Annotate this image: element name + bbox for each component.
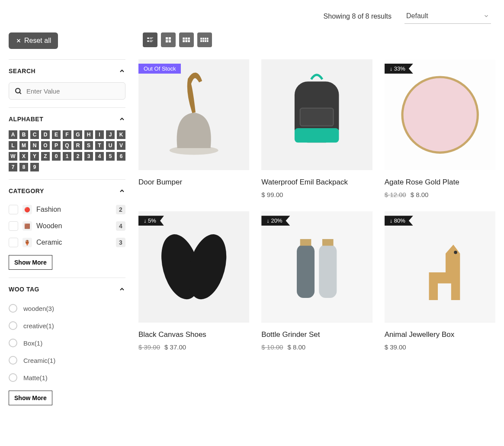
category-item[interactable]: 🏺Ceramic3 xyxy=(9,234,125,251)
product-card[interactable]: ↓ 33%Agate Rose Gold Plate$ 12.00$ 8.00 xyxy=(385,59,495,198)
svg-rect-10 xyxy=(166,37,168,39)
product-card[interactable]: Waterproof Emil Backpack$ 99.00 xyxy=(261,59,372,198)
product-title[interactable]: Agate Rose Gold Plate xyxy=(385,178,495,187)
filter-search-header[interactable]: SEARCH xyxy=(9,68,125,74)
alphabet-key-K[interactable]: K xyxy=(117,130,125,139)
category-item[interactable]: 🔴Fashion2 xyxy=(9,201,125,218)
alphabet-key-M[interactable]: M xyxy=(19,141,28,150)
svg-point-2 xyxy=(16,88,20,93)
checkbox[interactable] xyxy=(9,238,18,247)
radio[interactable] xyxy=(9,304,17,313)
alphabet-key-R[interactable]: R xyxy=(74,141,82,150)
alphabet-key-O[interactable]: O xyxy=(41,141,50,150)
tag-item[interactable]: Matte(1) xyxy=(9,369,125,386)
tag-item[interactable]: creative(1) xyxy=(9,317,125,334)
product-card[interactable]: ↓ 80%Animal Jewellery Box$ 39.00 xyxy=(385,211,495,350)
search-box[interactable] xyxy=(9,82,125,100)
radio[interactable] xyxy=(9,321,17,330)
alphabet-key-8[interactable]: 8 xyxy=(19,163,28,171)
discount-badge: ↓ 5% xyxy=(138,216,164,226)
alphabet-key-A[interactable]: A xyxy=(9,130,17,139)
product-image[interactable]: ↓ 5% xyxy=(138,211,249,322)
alphabet-key-J[interactable]: J xyxy=(106,130,115,139)
filter-alphabet-header[interactable]: ALPHABET xyxy=(9,116,125,123)
product-image[interactable]: ↓ 20% xyxy=(261,211,372,322)
product-image[interactable] xyxy=(261,59,372,170)
category-item[interactable]: 🟫Wooden4 xyxy=(9,218,125,234)
product-image[interactable]: ↓ 80% xyxy=(385,211,495,322)
category-count: 4 xyxy=(116,221,125,231)
svg-rect-15 xyxy=(185,38,187,40)
alphabet-key-Y[interactable]: Y xyxy=(30,152,39,161)
reset-all-button[interactable]: Reset all xyxy=(9,32,58,49)
svg-rect-23 xyxy=(207,38,209,39)
svg-rect-33 xyxy=(300,108,334,126)
product-title[interactable]: Animal Jewellery Box xyxy=(385,330,495,339)
alphabet-key-B[interactable]: B xyxy=(19,130,28,139)
view-grid4-button[interactable] xyxy=(197,32,212,47)
tag-item[interactable]: Box(1) xyxy=(9,334,125,352)
product-image[interactable]: ↓ 33% xyxy=(385,59,495,170)
alphabet-key-3[interactable]: 3 xyxy=(84,152,93,161)
radio[interactable] xyxy=(9,356,17,365)
sort-dropdown[interactable]: Default xyxy=(404,9,491,24)
alphabet-key-X[interactable]: X xyxy=(19,152,28,161)
filter-category-header[interactable]: CATEGORY xyxy=(9,187,125,194)
alphabet-key-P[interactable]: P xyxy=(52,141,61,150)
alphabet-key-I[interactable]: I xyxy=(95,130,104,139)
radio[interactable] xyxy=(9,339,17,347)
alphabet-key-0[interactable]: 0 xyxy=(52,152,61,161)
alphabet-key-5[interactable]: 5 xyxy=(106,152,115,161)
alphabet-key-2[interactable]: 2 xyxy=(74,152,82,161)
alphabet-key-1[interactable]: 1 xyxy=(63,152,71,161)
alphabet-key-S[interactable]: S xyxy=(84,141,93,150)
product-image[interactable]: Out Of Stock xyxy=(138,59,249,170)
alphabet-key-H[interactable]: H xyxy=(84,130,93,139)
filter-tag-header[interactable]: WOO TAG xyxy=(9,286,125,293)
product-title[interactable]: Door Bumper xyxy=(138,178,249,187)
alphabet-key-Z[interactable]: Z xyxy=(41,152,50,161)
alphabet-key-N[interactable]: N xyxy=(30,141,39,150)
category-icon: 🟫 xyxy=(22,221,32,231)
filter-tag-section: WOO TAG wooden(3)creative(1)Box(1)Creami… xyxy=(9,278,125,413)
product-title[interactable]: Waterproof Emil Backpack xyxy=(261,178,372,187)
checkbox[interactable] xyxy=(9,205,18,214)
view-list-button[interactable] xyxy=(143,32,157,47)
alphabet-key-L[interactable]: L xyxy=(9,141,17,150)
radio[interactable] xyxy=(9,373,17,382)
product-card[interactable]: ↓ 20%Bottle Grinder Set$ 10.00$ 8.00 xyxy=(261,211,372,350)
alphabet-key-V[interactable]: V xyxy=(117,141,125,150)
close-icon xyxy=(16,38,22,44)
alphabet-key-E[interactable]: E xyxy=(52,130,61,139)
category-count: 2 xyxy=(116,205,125,214)
tag-item[interactable]: Creamic(1) xyxy=(9,352,125,369)
alphabet-key-U[interactable]: U xyxy=(106,141,115,150)
alphabet-key-4[interactable]: 4 xyxy=(95,152,104,161)
product-card[interactable]: Out Of StockDoor Bumper xyxy=(138,59,249,198)
alphabet-key-9[interactable]: 9 xyxy=(30,163,39,171)
view-grid2-button[interactable] xyxy=(161,32,176,47)
alphabet-key-7[interactable]: 7 xyxy=(9,163,17,171)
svg-rect-39 xyxy=(261,211,372,322)
product-card[interactable]: ↓ 5%Black Canvas Shoes$ 39.00$ 37.00 xyxy=(138,211,249,350)
product-title[interactable]: Black Canvas Shoes xyxy=(138,330,249,339)
alphabet-key-6[interactable]: 6 xyxy=(117,152,125,161)
product-title[interactable]: Bottle Grinder Set xyxy=(261,330,372,339)
alphabet-key-D[interactable]: D xyxy=(41,130,50,139)
alphabet-key-T[interactable]: T xyxy=(95,141,104,150)
alphabet-key-C[interactable]: C xyxy=(30,130,39,139)
alphabet-key-Q[interactable]: Q xyxy=(63,141,71,150)
alphabet-key-W[interactable]: W xyxy=(9,152,17,161)
category-show-more-button[interactable]: Show More xyxy=(9,255,52,270)
sort-selected-label: Default xyxy=(406,12,428,20)
svg-rect-11 xyxy=(169,37,171,39)
alphabet-key-F[interactable]: F xyxy=(63,130,71,139)
svg-rect-13 xyxy=(169,40,171,42)
search-input[interactable] xyxy=(26,87,120,95)
tag-show-more-button[interactable]: Show More xyxy=(9,391,52,405)
view-grid3-button[interactable] xyxy=(179,32,194,47)
checkbox[interactable] xyxy=(9,221,18,231)
tag-label: Box(1) xyxy=(23,339,42,347)
tag-item[interactable]: wooden(3) xyxy=(9,300,125,317)
alphabet-key-G[interactable]: G xyxy=(74,130,82,139)
